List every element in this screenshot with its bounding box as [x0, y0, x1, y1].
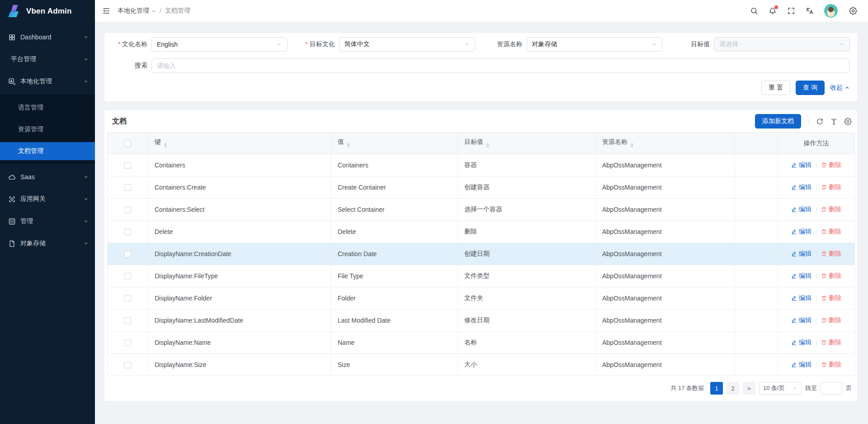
delete-button[interactable]: 删除 — [821, 294, 841, 302]
resource-name-select[interactable]: 对象存储 — [527, 37, 663, 52]
target-culture-select[interactable]: 简体中文 — [339, 37, 475, 52]
edit-button[interactable]: 编辑 — [791, 361, 811, 369]
culture-select[interactable]: English — [151, 37, 288, 52]
delete-button[interactable]: 删除 — [821, 338, 841, 347]
sidebar-item-platform[interactable]: 平台管理 — [0, 50, 95, 68]
table-row[interactable]: DeleteDelete删除AbpOssManagement编辑删除 — [108, 221, 855, 243]
menu-fold-icon[interactable] — [102, 7, 110, 15]
edit-button[interactable]: 编辑 — [791, 272, 811, 280]
row-checkbox[interactable] — [124, 184, 131, 191]
edit-button[interactable]: 编辑 — [791, 183, 811, 191]
page-button-1[interactable]: 1 — [710, 382, 723, 395]
cell-resource-name: AbpOssManagement — [596, 199, 735, 221]
sidebar-subitem-resource[interactable]: 资源管理 — [0, 120, 95, 138]
select-all-checkbox[interactable] — [124, 140, 131, 147]
sidebar-subitem-document[interactable]: 文档管理 — [0, 142, 95, 160]
gear-icon[interactable] — [849, 7, 857, 15]
sidebar-item-localization[interactable]: 本地化管理 — [0, 72, 95, 91]
sidebar-subitem-language[interactable]: 语言管理 — [0, 99, 95, 117]
cell-actions: 编辑删除 — [778, 265, 855, 287]
avatar[interactable] — [824, 4, 838, 18]
cell-empty — [735, 287, 778, 310]
breadcrumb-parent[interactable]: 本地化管理 — [118, 7, 156, 15]
delete-button[interactable]: 删除 — [821, 161, 841, 169]
table-row[interactable]: Containers:CreateCreate Container创建容器Abp… — [108, 176, 855, 199]
edit-button[interactable]: 编辑 — [791, 205, 811, 214]
column-header[interactable]: 资源名称 — [596, 133, 735, 154]
edit-button[interactable]: 编辑 — [791, 338, 811, 347]
delete-button[interactable]: 删除 — [821, 272, 841, 280]
sidebar-item-object-storage[interactable]: 对象存储 — [0, 234, 95, 252]
reset-button[interactable]: 重 置 — [761, 81, 790, 95]
delete-button[interactable]: 删除 — [821, 205, 841, 214]
refresh-icon[interactable] — [816, 118, 824, 125]
fullscreen-icon[interactable] — [787, 7, 795, 15]
row-checkbox[interactable] — [124, 295, 131, 302]
column-header[interactable]: 键 — [148, 133, 331, 154]
row-checkbox[interactable] — [124, 273, 131, 280]
row-checkbox[interactable] — [124, 206, 131, 213]
cell-target-value: 大小 — [458, 354, 596, 376]
sort-icon[interactable] — [164, 142, 167, 149]
page-button-2[interactable]: 2 — [726, 382, 739, 395]
table-row[interactable]: DisplayName:FolderFolder文件夹AbpOssManagem… — [108, 287, 855, 310]
jump-page-input[interactable] — [821, 382, 842, 395]
add-document-button[interactable]: 添加新文档 — [755, 114, 801, 129]
sort-icon[interactable] — [486, 142, 489, 149]
row-checkbox[interactable] — [124, 251, 131, 257]
column-header[interactable]: 值 — [331, 133, 458, 154]
cell-key: Containers:Select — [148, 199, 331, 221]
table-row[interactable]: DisplayName:CreationDateCreation Date创建日… — [108, 243, 855, 265]
sidebar-item-management[interactable]: 管理 — [0, 212, 95, 230]
cell-empty — [735, 354, 778, 376]
sidebar-item-saas[interactable]: Saas — [0, 168, 95, 186]
edit-button[interactable]: 编辑 — [791, 250, 811, 258]
sidebar-item-gateway[interactable]: 应用网关 — [0, 190, 95, 208]
row-checkbox[interactable] — [124, 362, 131, 368]
cell-actions: 编辑删除 — [778, 243, 855, 265]
query-button[interactable]: 查 询 — [796, 81, 825, 95]
cell-key: DisplayName:Name — [148, 332, 331, 354]
edit-button[interactable]: 编辑 — [791, 161, 811, 169]
bell-icon[interactable] — [769, 7, 777, 15]
row-checkbox[interactable] — [124, 339, 131, 346]
target-value-select[interactable]: 请选择 — [714, 37, 850, 52]
delete-button[interactable]: 删除 — [821, 228, 841, 236]
table-row[interactable]: DisplayName:LastModifiedDateLast Modifie… — [108, 310, 855, 332]
table-row[interactable]: DisplayName:SizeSize大小AbpOssManagement编辑… — [108, 354, 855, 376]
row-height-icon[interactable] — [830, 118, 838, 125]
row-checkbox[interactable] — [124, 162, 131, 169]
table-row[interactable]: ContainersContainers容器AbpOssManagement编辑… — [108, 154, 855, 176]
delete-button[interactable]: 删除 — [821, 361, 841, 369]
search-icon[interactable] — [750, 7, 758, 15]
table-row[interactable]: DisplayName:NameName名称AbpOssManagement编辑… — [108, 332, 855, 354]
search-input[interactable] — [151, 58, 850, 73]
vben-logo-icon — [8, 5, 22, 17]
delete-button[interactable]: 删除 — [821, 316, 841, 324]
cell-actions: 编辑删除 — [778, 332, 855, 354]
collapse-link[interactable]: 收起 — [830, 84, 850, 92]
edit-button[interactable]: 编辑 — [791, 316, 811, 324]
sort-icon[interactable] — [631, 142, 633, 149]
edit-button[interactable]: 编辑 — [791, 294, 811, 302]
edit-button[interactable]: 编辑 — [791, 228, 811, 236]
delete-button[interactable]: 删除 — [821, 183, 841, 191]
table-row[interactable]: DisplayName:FileTypeFile Type文件类型AbpOssM… — [108, 265, 855, 287]
breadcrumb: 本地化管理 / 文档管理 — [118, 7, 190, 15]
table-settings-icon[interactable] — [844, 118, 852, 125]
page-size-select[interactable]: 10 条/页 — [759, 382, 802, 395]
column-header[interactable]: 目标值 — [458, 133, 596, 154]
sidebar-item-dashboard[interactable]: Dashboard — [0, 28, 95, 46]
row-checkbox[interactable] — [124, 229, 131, 235]
delete-button[interactable]: 删除 — [821, 250, 841, 258]
row-checkbox[interactable] — [124, 317, 131, 324]
translate-icon[interactable] — [806, 7, 814, 15]
sort-icon[interactable] — [347, 142, 350, 149]
table-row[interactable]: Containers:SelectSelect Container选择一个容器A… — [108, 199, 855, 221]
cell-empty — [735, 310, 778, 332]
chevron-up-icon — [844, 85, 850, 91]
cell-value: Delete — [331, 221, 458, 243]
app-logo[interactable]: Vben Admin — [0, 0, 95, 22]
cell-resource-name: AbpOssManagement — [596, 154, 735, 176]
next-page-button[interactable]: > — [743, 382, 755, 395]
